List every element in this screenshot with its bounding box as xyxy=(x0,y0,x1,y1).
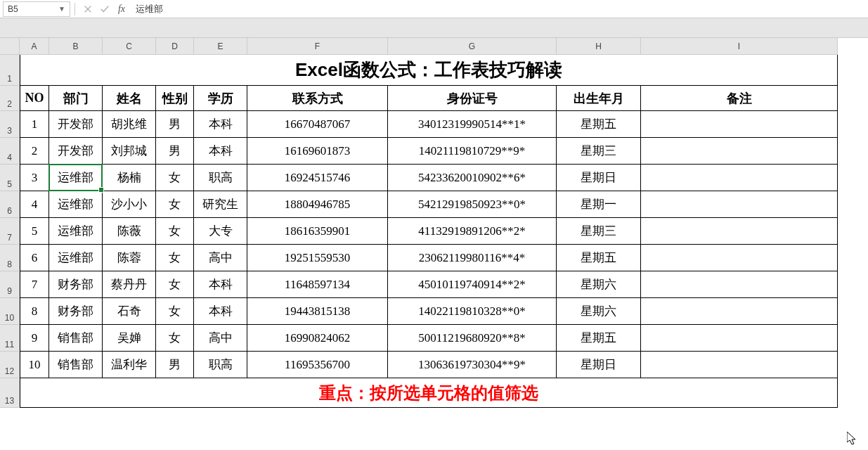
table-cell[interactable]: 14021119810729**9* xyxy=(388,138,557,165)
row-header-6[interactable]: 6 xyxy=(0,191,20,218)
table-cell[interactable]: 3 xyxy=(20,165,49,191)
table-cell[interactable]: 34012319990514**1* xyxy=(388,111,557,138)
table-cell[interactable]: 19443815138 xyxy=(247,298,388,325)
table-cell[interactable] xyxy=(641,245,838,271)
name-box[interactable]: B5 ▼ xyxy=(3,1,70,17)
table-cell[interactable]: 54233620010902**6* xyxy=(388,165,557,191)
table-cell[interactable]: 10 xyxy=(20,352,49,378)
table-cell[interactable]: 运维部 xyxy=(49,191,103,218)
table-cell[interactable] xyxy=(641,191,838,218)
table-cell[interactable]: 16990824062 xyxy=(247,325,388,352)
cancel-icon[interactable] xyxy=(79,1,96,17)
table-cell[interactable]: 11695356700 xyxy=(247,352,388,378)
row-header-4[interactable]: 4 xyxy=(0,138,20,165)
table-cell[interactable] xyxy=(641,218,838,245)
col-header-F[interactable]: F xyxy=(247,38,388,55)
table-cell[interactable]: 大专 xyxy=(194,218,247,245)
table-cell[interactable]: 温利华 xyxy=(103,352,156,378)
table-cell[interactable]: 7 xyxy=(20,271,49,298)
table-cell[interactable]: 陈蓉 xyxy=(103,245,156,271)
table-cell[interactable]: 本科 xyxy=(194,298,247,325)
title-cell[interactable]: Excel函数公式：工作表技巧解读 xyxy=(20,55,838,86)
table-cell[interactable]: 沙小小 xyxy=(103,191,156,218)
table-cell[interactable] xyxy=(641,298,838,325)
table-cell[interactable]: 18804946785 xyxy=(247,191,388,218)
spreadsheet-grid[interactable]: A B C D E F G H I 1 Excel函数公式：工作表技巧解读 2 … xyxy=(0,38,868,408)
table-cell[interactable]: 星期五 xyxy=(557,111,641,138)
header-id[interactable]: 身份证号 xyxy=(388,86,557,111)
table-cell[interactable]: 星期三 xyxy=(557,218,641,245)
table-cell[interactable]: 5 xyxy=(20,218,49,245)
row-header-1[interactable]: 1 xyxy=(0,55,20,86)
table-cell[interactable] xyxy=(641,271,838,298)
table-cell[interactable]: 石奇 xyxy=(103,298,156,325)
table-cell[interactable]: 本科 xyxy=(194,111,247,138)
table-cell[interactable]: 星期五 xyxy=(557,245,641,271)
table-cell[interactable]: 45010119740914**2* xyxy=(388,271,557,298)
table-cell[interactable]: 女 xyxy=(156,191,194,218)
table-cell[interactable]: 财务部 xyxy=(49,271,103,298)
table-cell[interactable]: 13063619730304**9* xyxy=(388,352,557,378)
col-header-C[interactable]: C xyxy=(103,38,156,55)
header-name[interactable]: 姓名 xyxy=(103,86,156,111)
table-cell[interactable]: 11648597134 xyxy=(247,271,388,298)
table-cell[interactable]: 胡兆维 xyxy=(103,111,156,138)
confirm-icon[interactable] xyxy=(96,1,113,17)
table-cell[interactable]: 吴婵 xyxy=(103,325,156,352)
col-header-B[interactable]: B xyxy=(49,38,103,55)
table-cell[interactable]: 16670487067 xyxy=(247,111,388,138)
row-header-10[interactable]: 10 xyxy=(0,298,20,325)
table-cell[interactable]: 女 xyxy=(156,245,194,271)
table-cell[interactable]: 星期日 xyxy=(557,165,641,191)
table-cell[interactable]: 蔡丹丹 xyxy=(103,271,156,298)
row-header-3[interactable]: 3 xyxy=(0,111,20,138)
table-cell[interactable]: 16169601873 xyxy=(247,138,388,165)
header-note[interactable]: 备注 xyxy=(641,86,838,111)
table-cell[interactable]: 星期六 xyxy=(557,298,641,325)
table-cell[interactable]: 运维部 xyxy=(49,218,103,245)
table-cell[interactable]: 8 xyxy=(20,298,49,325)
table-cell[interactable]: 职高 xyxy=(194,352,247,378)
table-cell[interactable]: 女 xyxy=(156,218,194,245)
col-header-G[interactable]: G xyxy=(388,38,557,55)
table-cell[interactable]: 职高 xyxy=(194,165,247,191)
table-cell[interactable]: 4 xyxy=(20,191,49,218)
table-cell[interactable]: 9 xyxy=(20,325,49,352)
table-cell[interactable]: 41132919891206**2* xyxy=(388,218,557,245)
table-cell[interactable]: 54212919850923**0* xyxy=(388,191,557,218)
cell-B5-selected[interactable]: 运维部 xyxy=(49,165,103,191)
row-header-9[interactable]: 9 xyxy=(0,271,20,298)
table-cell[interactable] xyxy=(641,138,838,165)
table-cell[interactable]: 星期日 xyxy=(557,352,641,378)
table-cell[interactable]: 杨楠 xyxy=(103,165,156,191)
table-cell[interactable]: 高中 xyxy=(194,245,247,271)
table-cell[interactable]: 高中 xyxy=(194,325,247,352)
header-dob[interactable]: 出生年月 xyxy=(557,86,641,111)
table-cell[interactable]: 开发部 xyxy=(49,111,103,138)
table-cell[interactable]: 运维部 xyxy=(49,245,103,271)
table-cell[interactable] xyxy=(641,111,838,138)
table-cell[interactable]: 2 xyxy=(20,138,49,165)
col-header-E[interactable]: E xyxy=(194,38,247,55)
chevron-down-icon[interactable]: ▼ xyxy=(58,5,65,13)
table-cell[interactable]: 14022119810328**0* xyxy=(388,298,557,325)
table-cell[interactable]: 女 xyxy=(156,165,194,191)
table-cell[interactable]: 女 xyxy=(156,271,194,298)
header-gender[interactable]: 性别 xyxy=(156,86,194,111)
fx-icon[interactable]: fx xyxy=(113,1,130,17)
row-header-12[interactable]: 12 xyxy=(0,352,20,378)
table-cell[interactable]: 50011219680920**8* xyxy=(388,325,557,352)
col-header-D[interactable]: D xyxy=(156,38,194,55)
footer-cell[interactable]: 重点：按所选单元格的值筛选 xyxy=(20,378,838,408)
header-phone[interactable]: 联系方式 xyxy=(247,86,388,111)
table-cell[interactable]: 销售部 xyxy=(49,352,103,378)
table-cell[interactable] xyxy=(641,352,838,378)
row-header-2[interactable]: 2 xyxy=(0,86,20,111)
table-cell[interactable]: 19251559530 xyxy=(247,245,388,271)
table-cell[interactable]: 23062119980116**4* xyxy=(388,245,557,271)
table-cell[interactable]: 1 xyxy=(20,111,49,138)
table-cell[interactable]: 财务部 xyxy=(49,298,103,325)
col-header-I[interactable]: I xyxy=(641,38,838,55)
table-cell[interactable]: 女 xyxy=(156,325,194,352)
table-cell[interactable]: 女 xyxy=(156,298,194,325)
